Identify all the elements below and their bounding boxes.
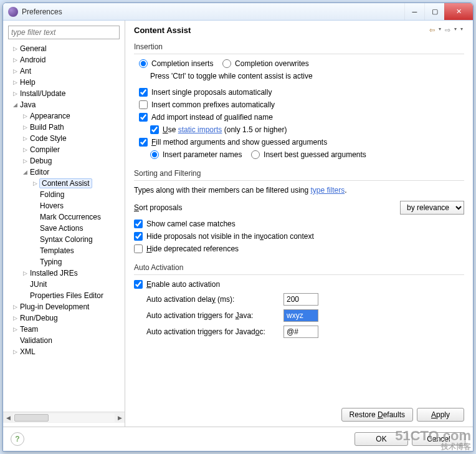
chevron-right-icon: ▷ xyxy=(11,90,19,97)
hide-invisible-checkbox[interactable] xyxy=(134,232,143,241)
static-imports-link[interactable]: static imports xyxy=(178,125,222,134)
preferences-window: Preferences ─ ▢ ✕ ▷General ▷Android ▷Ant… xyxy=(2,2,474,452)
static-imports-checkbox[interactable] xyxy=(150,125,159,134)
back-icon[interactable]: ⇦ xyxy=(428,26,436,34)
add-import-checkbox[interactable] xyxy=(139,113,148,122)
enable-auto-checkbox[interactable] xyxy=(134,280,143,289)
tree-item-save[interactable]: Save Actions xyxy=(6,223,125,234)
tree-item-general[interactable]: ▷General xyxy=(6,43,125,54)
tree-item-ant[interactable]: ▷Ant xyxy=(6,65,125,77)
restore-defaults-button[interactable]: Restore Defaults xyxy=(341,408,413,422)
insert-single-label: Insert single proposals automatically xyxy=(151,88,272,97)
chevron-right-icon: ▷ xyxy=(11,57,19,63)
type-filters-link[interactable]: type filters xyxy=(310,186,345,195)
insert-param-names-label: Insert parameter names xyxy=(163,150,242,159)
tree-item-compiler[interactable]: ▷Compiler xyxy=(6,144,125,155)
auto-activation-group-label: Auto Activation xyxy=(134,263,464,272)
tree-item-debug[interactable]: ▷Debug xyxy=(6,155,125,167)
insert-single-checkbox[interactable] xyxy=(139,88,148,97)
chevron-down-icon: ◢ xyxy=(11,102,19,108)
tree-item-install[interactable]: ▷Install/Update xyxy=(6,88,125,99)
triggers-java-input[interactable] xyxy=(283,309,318,322)
sort-proposals-select[interactable]: by relevance xyxy=(400,201,464,215)
auto-delay-label: Auto activation delay (ms): xyxy=(146,295,283,304)
fill-args-checkbox[interactable] xyxy=(139,138,148,147)
chevron-right-icon: ▷ xyxy=(21,113,29,119)
chevron-right-icon: ▷ xyxy=(31,180,39,186)
scroll-thumb[interactable] xyxy=(14,414,49,422)
hide-deprecated-checkbox[interactable] xyxy=(134,244,143,253)
scroll-right-icon[interactable]: ▶ xyxy=(115,415,125,421)
footer: ? OK Cancel xyxy=(3,427,473,451)
chevron-right-icon: ▷ xyxy=(21,270,29,276)
chevron-right-icon: ▷ xyxy=(21,124,29,130)
tree-item-typing[interactable]: Typing xyxy=(6,256,125,268)
tree-item-appearance[interactable]: ▷Appearance xyxy=(6,110,125,122)
tree-item-contentassist[interactable]: ▷Content Assist xyxy=(6,178,125,189)
tree-item-hovers[interactable]: Hovers xyxy=(6,200,125,211)
tree-item-codestyle[interactable]: ▷Code Style xyxy=(6,133,125,144)
add-import-label: Add import instead of qualified name xyxy=(151,113,273,122)
auto-delay-input[interactable] xyxy=(283,293,318,306)
cancel-button[interactable]: Cancel xyxy=(412,432,465,446)
triggers-javadoc-input[interactable] xyxy=(283,326,318,338)
tree-item-propfiles[interactable]: Properties Files Editor xyxy=(6,290,125,301)
tree-item-templates[interactable]: Templates xyxy=(6,245,125,256)
completion-inserts-label: Completion inserts xyxy=(151,59,213,68)
triggers-java-label: Auto activation triggers for Java: xyxy=(146,311,283,320)
triggers-javadoc-label: Auto activation triggers for Javadoc: xyxy=(146,327,283,336)
horizontal-scrollbar[interactable]: ◀ ▶ xyxy=(3,412,125,423)
titlebar[interactable]: Preferences ─ ▢ ✕ xyxy=(3,3,473,21)
completion-overwrites-radio[interactable] xyxy=(222,59,231,68)
tree-item-mark[interactable]: Mark Occurrences xyxy=(6,211,125,223)
tree-item-folding[interactable]: Folding xyxy=(6,189,125,200)
chevron-down-icon: ◢ xyxy=(21,169,29,175)
tree-item-editor[interactable]: ◢Editor xyxy=(6,167,125,178)
tree-item-help[interactable]: ▷Help xyxy=(6,77,125,88)
minimize-button[interactable]: ─ xyxy=(404,3,424,20)
tree-item-rundebug[interactable]: ▷Run/Debug xyxy=(6,312,125,324)
tree-item-android[interactable]: ▷Android xyxy=(6,54,125,65)
insertion-hint: Press 'Ctrl' to toggle while content ass… xyxy=(150,72,464,80)
tree-item-team[interactable]: ▷Team xyxy=(6,324,125,335)
tree-item-junit[interactable]: JUnit xyxy=(6,279,125,290)
chevron-right-icon: ▷ xyxy=(11,46,19,52)
tree-item-validation[interactable]: Validation xyxy=(6,335,125,346)
back-menu-icon[interactable]: ▾ xyxy=(437,26,442,34)
maximize-button[interactable]: ▢ xyxy=(424,3,444,20)
tree-item-plugin[interactable]: ▷Plug-in Development xyxy=(6,301,125,312)
ok-button[interactable]: OK xyxy=(355,432,408,446)
sorting-group-label: Sorting and Filtering xyxy=(134,169,464,178)
close-button[interactable]: ✕ xyxy=(444,3,473,20)
type-filters-text: Types along with their members can be fi… xyxy=(134,186,464,195)
insert-best-guess-radio[interactable] xyxy=(251,150,260,159)
camel-case-label: Show camel case matches xyxy=(146,220,236,228)
tree-item-xml[interactable]: ▷XML xyxy=(6,346,125,357)
fill-args-label: Fill method arguments and show guessed a… xyxy=(151,138,327,147)
forward-menu-icon[interactable]: ▾ xyxy=(453,26,458,34)
app-icon xyxy=(8,7,18,17)
insert-param-names-radio[interactable] xyxy=(150,150,159,159)
insert-best-guess-label: Insert best guessed arguments xyxy=(264,150,366,159)
filter-input[interactable] xyxy=(8,26,120,39)
chevron-right-icon: ▷ xyxy=(11,304,19,310)
tree-item-java[interactable]: ◢Java xyxy=(6,99,125,110)
insert-common-label: Insert common prefixes automatically xyxy=(151,100,275,109)
tree-item-syntax[interactable]: Syntax Coloring xyxy=(6,234,125,245)
hide-invisible-label: Hide proposals not visible in the invoca… xyxy=(146,232,314,241)
window-title: Preferences xyxy=(22,7,404,16)
forward-icon[interactable]: ⇨ xyxy=(444,26,452,34)
view-menu-icon[interactable]: ▾ xyxy=(459,26,464,34)
sort-proposals-label: Sort proposals xyxy=(134,203,182,212)
completion-inserts-radio[interactable] xyxy=(139,59,148,68)
scroll-left-icon[interactable]: ◀ xyxy=(3,415,13,421)
tree-item-buildpath[interactable]: ▷Build Path xyxy=(6,122,125,133)
insert-common-checkbox[interactable] xyxy=(139,100,148,109)
tree-item-jres[interactable]: ▷Installed JREs xyxy=(6,268,125,279)
camel-case-checkbox[interactable] xyxy=(134,220,143,228)
chevron-right-icon: ▷ xyxy=(21,135,29,142)
completion-overwrites-label: Completion overwrites xyxy=(235,59,309,68)
help-icon[interactable]: ? xyxy=(11,432,24,446)
apply-button[interactable]: Apply xyxy=(417,408,464,422)
preferences-tree[interactable]: ▷General ▷Android ▷Ant ▷Help ▷Install/Up… xyxy=(3,43,125,412)
